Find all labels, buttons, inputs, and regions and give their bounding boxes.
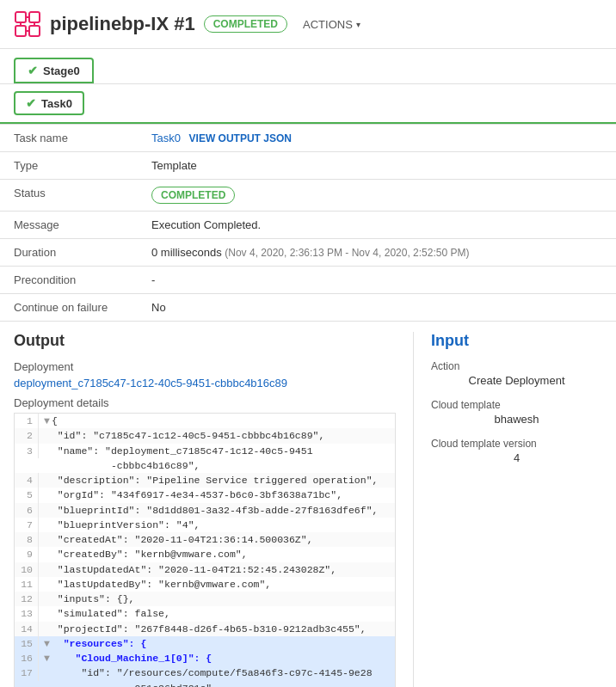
status-badge: COMPLETED: [151, 187, 235, 204]
cloud-template-label: Cloud template: [431, 399, 602, 411]
svg-rect-0: [15, 12, 26, 22]
cloud-template-version-row: Cloud template version 4: [431, 438, 602, 464]
input-title: Input: [431, 332, 602, 350]
code-line: 15▼ "resources": {: [15, 636, 395, 651]
status-row: Status COMPLETED: [0, 180, 616, 212]
action-value: Create Deployment: [431, 374, 602, 387]
cloud-template-row: Cloud template bhawesh: [431, 399, 602, 426]
type-value: Template: [138, 152, 616, 180]
stage0-label: Stage0: [43, 64, 80, 77]
page-title: pipelinebp-IX #1: [50, 13, 195, 35]
code-line: 4 "description": "Pipeline Service trigg…: [15, 473, 395, 488]
svg-rect-2: [15, 26, 26, 36]
code-line: 17 "id": "/resources/compute/f5a846f3-c9…: [15, 666, 395, 687]
duration-cell: 0 milliseconds (Nov 4, 2020, 2:36:13 PM …: [138, 239, 616, 267]
deployment-label: Deployment: [14, 360, 396, 373]
message-value: Execution Completed.: [138, 212, 616, 239]
code-line: 10 "lastUpdatedAt": "2020-11-04T21:52:45…: [15, 562, 395, 577]
precondition-key: Precondition: [0, 267, 138, 294]
continue-key: Continue on failure: [0, 294, 138, 322]
duration-row: Duration 0 milliseconds (Nov 4, 2020, 2:…: [0, 239, 616, 267]
code-line: 9 "createdBy": "kernb@vmware.com",: [15, 547, 395, 561]
message-key: Message: [0, 212, 138, 239]
continue-row: Continue on failure No: [0, 294, 616, 322]
code-line: 3 "name": "deployment_c7185c47-1c12-40c5…: [15, 444, 395, 474]
precondition-value: -: [138, 267, 616, 294]
output-input-section: Output Deployment deployment_c7185c47-1c…: [0, 322, 616, 687]
type-key: Type: [0, 152, 138, 180]
task-area: ✔ Task0: [0, 84, 616, 124]
duration-key: Duration: [0, 239, 138, 267]
status-key: Status: [0, 180, 138, 212]
cloud-template-version-value: 4: [431, 451, 602, 464]
cloud-template-value: bhawesh: [431, 413, 602, 426]
code-line: 5 "orgId": "434f6917-4e34-4537-b6c0-3bf3…: [15, 488, 395, 502]
svg-rect-1: [29, 12, 40, 22]
status-cell: COMPLETED: [138, 180, 616, 212]
continue-value: No: [138, 294, 616, 322]
pipeline-icon: [14, 10, 41, 38]
page-header: pipelinebp-IX #1 COMPLETED ACTIONS ▾: [0, 0, 616, 49]
stage-check-icon: ✔: [28, 64, 38, 77]
code-line: 6 "blueprintId": "8d1dd801-3a32-4f3b-add…: [15, 503, 395, 518]
code-block: 1▼{2 "id": "c7185c47-1c12-40c5-9451-cbbb…: [14, 413, 396, 687]
type-row: Type Template: [0, 152, 616, 180]
code-line: 12 "inputs": {},: [15, 592, 395, 606]
precondition-row: Precondition -: [0, 267, 616, 294]
input-column: Input Action Create Deployment Cloud tem…: [413, 332, 602, 687]
action-label: Action: [431, 360, 602, 372]
message-row: Message Execution Completed.: [0, 212, 616, 239]
task-name-row: Task name Task0 VIEW OUTPUT JSON: [0, 125, 616, 152]
stage0-tab[interactable]: ✔ Stage0: [14, 58, 94, 83]
output-column: Output Deployment deployment_c7185c47-1c…: [14, 332, 413, 687]
duration-main: 0 milliseconds: [151, 246, 222, 259]
task0-label: Task0: [41, 97, 72, 110]
duration-detail: (Nov 4, 2020, 2:36:13 PM - Nov 4, 2020, …: [225, 247, 469, 259]
deployment-details-label: Deployment details: [14, 396, 396, 409]
code-line: 1▼{: [15, 414, 395, 428]
actions-label: ACTIONS: [303, 18, 353, 31]
chevron-down-icon: ▾: [356, 20, 360, 29]
task-name-link[interactable]: Task0: [151, 132, 181, 144]
code-line: 11 "lastUpdatedBy": "kernb@vmware.com",: [15, 577, 395, 592]
output-title: Output: [14, 332, 396, 350]
cloud-template-version-label: Cloud template version: [431, 438, 602, 450]
info-table: Task name Task0 VIEW OUTPUT JSON Type Te…: [0, 124, 616, 322]
action-row: Action Create Deployment: [431, 360, 602, 387]
svg-rect-3: [29, 26, 40, 36]
code-line: 8 "createdAt": "2020-11-04T21:36:14.5000…: [15, 532, 395, 547]
stage-area: ✔ Stage0: [0, 49, 616, 84]
task-name-cell: Task0 VIEW OUTPUT JSON: [138, 125, 616, 152]
task0-tab[interactable]: ✔ Task0: [14, 91, 84, 115]
code-line: 7 "blueprintVersion": "4",: [15, 518, 395, 532]
code-line: 16▼ "Cloud_Machine_1[0]": {: [15, 651, 395, 666]
code-line: 2 "id": "c7185c47-1c12-40c5-9451-cbbbc4b…: [15, 428, 395, 443]
view-output-link[interactable]: VIEW OUTPUT JSON: [189, 132, 292, 144]
task-check-icon: ✔: [26, 96, 36, 110]
deployment-link[interactable]: deployment_c7185c47-1c12-40c5-9451-cbbbc…: [14, 377, 396, 390]
code-line: 13 "simulated": false,: [15, 606, 395, 621]
actions-button[interactable]: ACTIONS ▾: [303, 18, 360, 31]
code-line: 14 "projectId": "267f8448-d26f-4b65-b310…: [15, 622, 395, 636]
header-completed-badge: COMPLETED: [204, 15, 287, 33]
task-name-key: Task name: [0, 125, 138, 152]
